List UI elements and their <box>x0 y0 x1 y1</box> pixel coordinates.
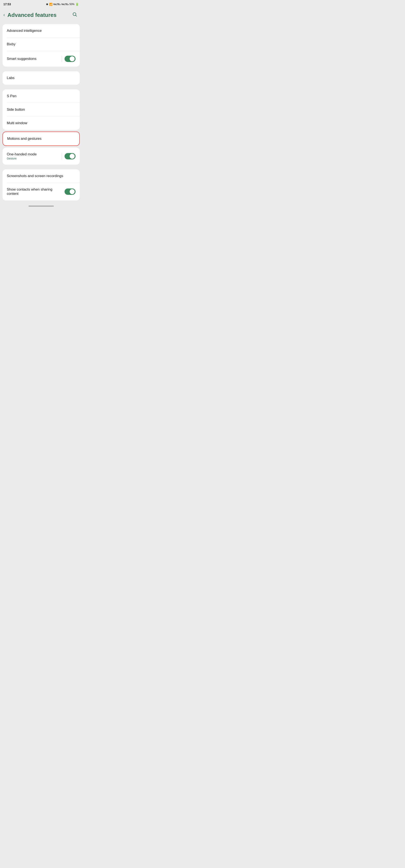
search-button[interactable] <box>70 10 79 20</box>
s-pen-label: S Pen <box>7 94 17 98</box>
screenshots-recordings-label: Screenshots and screen recordings <box>7 174 63 178</box>
show-contacts-label: Show contacts when sharing content <box>7 187 62 196</box>
toggle-divider-2 <box>62 153 62 159</box>
svg-line-1 <box>76 16 77 16</box>
one-handed-toggle[interactable] <box>64 153 76 159</box>
status-time: 17:53 <box>3 3 11 6</box>
advanced-intelligence-label: Advanced intelligence <box>7 29 41 33</box>
bixby-label: Bixby <box>7 42 16 46</box>
one-handed-mode-subtitle: Gesture <box>7 157 37 160</box>
motions-gestures-label: Motions and gestures <box>7 136 41 141</box>
smart-suggestions-item[interactable]: Smart suggestions <box>3 51 80 67</box>
battery-icon: 🔋 <box>75 3 79 6</box>
multi-window-item[interactable]: Multi window <box>3 116 80 130</box>
show-contacts-item[interactable]: Show contacts when sharing content <box>3 183 80 200</box>
show-contacts-toggle[interactable] <box>64 188 76 195</box>
home-indicator <box>28 206 54 207</box>
multi-window-label: Multi window <box>7 121 27 125</box>
section-2-card: Labs <box>3 71 80 85</box>
status-bar: 17:53 ✱ 📶 VoLTE₁ VoLTE₂ 50% 🔋 <box>0 0 82 8</box>
section-6-card: Screenshots and screen recordings Show c… <box>3 169 80 200</box>
toggle-slider-2 <box>64 153 76 159</box>
page-title: Advanced features <box>7 12 57 18</box>
battery-text: 50% <box>69 3 75 6</box>
motions-gestures-item[interactable]: Motions and gestures <box>3 132 79 146</box>
toggle-divider <box>62 56 62 62</box>
gap-2 <box>0 87 82 89</box>
gap-3 <box>0 166 82 168</box>
smart-suggestions-toggle[interactable] <box>64 56 76 62</box>
section-1-card: Advanced intelligence Bixby Smart sugges… <box>3 24 80 67</box>
show-contacts-toggle-container <box>64 188 76 195</box>
signal-lte2-icon: VoLTE₂ <box>61 3 68 5</box>
labs-label: Labs <box>7 76 15 80</box>
s-pen-item[interactable]: S Pen <box>3 89 80 103</box>
bixby-item[interactable]: Bixby <box>3 37 80 51</box>
section-5-card: One-handed mode Gesture <box>3 148 80 165</box>
bottom-indicator <box>0 202 82 208</box>
toggle-slider-3 <box>64 188 76 195</box>
section-3-card: S Pen Side button Multi window <box>3 89 80 130</box>
one-handed-mode-text-group: One-handed mode Gesture <box>7 152 37 160</box>
status-icons: ✱ 📶 VoLTE₁ VoLTE₂ 50% 🔋 <box>46 3 79 6</box>
signal-lte1-icon: VoLTE₁ <box>53 3 61 5</box>
wifi-icon: 📶 <box>49 3 53 6</box>
smart-suggestions-label: Smart suggestions <box>7 57 36 61</box>
search-icon <box>72 12 77 17</box>
one-handed-mode-label: One-handed mode <box>7 152 37 156</box>
screenshots-recordings-item[interactable]: Screenshots and screen recordings <box>3 169 80 183</box>
advanced-intelligence-item[interactable]: Advanced intelligence <box>3 24 80 37</box>
one-handed-toggle-container <box>62 153 76 159</box>
back-button[interactable]: ‹ <box>2 11 6 19</box>
bluetooth-icon: ✱ <box>46 3 48 6</box>
labs-item[interactable]: Labs <box>3 71 80 85</box>
header: ‹ Advanced features <box>0 8 82 23</box>
gap-1 <box>0 68 82 70</box>
settings-content: Advanced intelligence Bixby Smart sugges… <box>0 24 82 213</box>
side-button-label: Side button <box>7 107 25 112</box>
side-button-item[interactable]: Side button <box>3 103 80 116</box>
header-left: ‹ Advanced features <box>2 11 57 19</box>
one-handed-mode-item[interactable]: One-handed mode Gesture <box>3 148 80 165</box>
smart-suggestions-toggle-container <box>62 56 76 62</box>
motions-gestures-card: Motions and gestures <box>3 131 80 146</box>
toggle-slider <box>64 56 76 62</box>
